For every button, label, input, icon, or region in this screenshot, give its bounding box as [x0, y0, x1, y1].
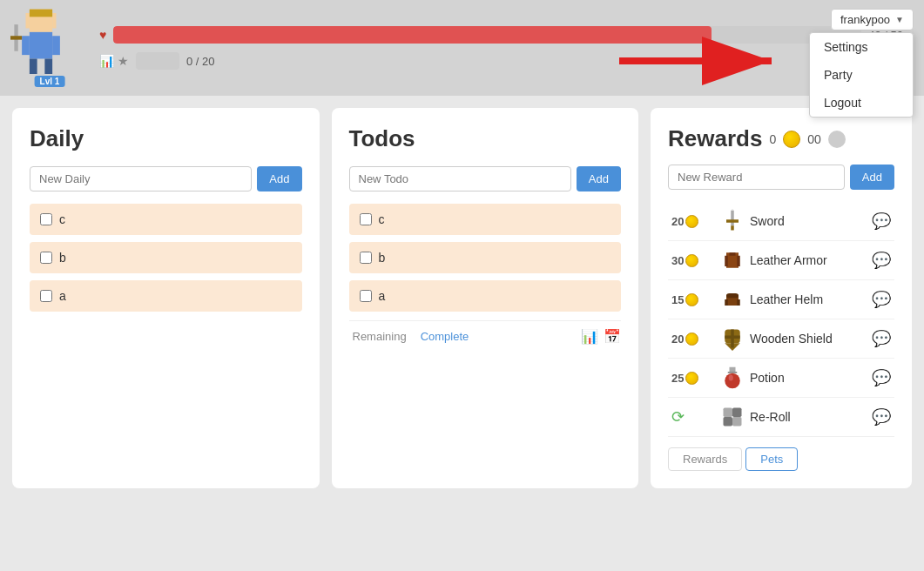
- sword-cost-num: 20: [671, 215, 684, 228]
- todos-task-c-label: c: [379, 212, 385, 226]
- sword-comment-icon[interactable]: 💬: [872, 212, 891, 231]
- leather-helm-comment-icon[interactable]: 💬: [872, 290, 891, 309]
- gems-count: 00: [807, 132, 821, 146]
- svg-rect-23: [726, 293, 739, 298]
- potion-coin-icon: [685, 372, 698, 385]
- rewards-title: Rewards: [668, 125, 762, 152]
- todos-footer: Remaining Complete 📊 📅: [349, 320, 622, 345]
- settings-menu-item[interactable]: Settings: [810, 33, 913, 61]
- svg-rect-1: [26, 13, 30, 29]
- leather-armor-sprite: [720, 248, 745, 272]
- potion-sprite: [720, 366, 745, 390]
- svg-point-30: [725, 373, 740, 389]
- svg-rect-34: [724, 417, 733, 427]
- reward-reroll: ⟳ Re-Roll 💬: [668, 398, 894, 437]
- complete-tab[interactable]: Complete: [417, 328, 473, 345]
- party-menu-item[interactable]: Party: [810, 61, 913, 89]
- coin-icon: [783, 131, 800, 148]
- svg-rect-10: [30, 10, 52, 17]
- leather-helm-cost: 15: [671, 293, 715, 306]
- rewards-header: Rewards 0 00: [668, 125, 894, 152]
- reward-leather-armor: 30 Leather Armor 💬: [668, 241, 894, 280]
- xp-icon: 📊 ★: [99, 54, 129, 68]
- rewards-tab-button[interactable]: Rewards: [668, 447, 742, 471]
- daily-task-c-checkbox[interactable]: [40, 213, 52, 225]
- hp-bar-fill: [113, 26, 712, 44]
- svg-rect-27: [725, 336, 740, 339]
- daily-task-a: a: [30, 280, 302, 312]
- leather-helm-cost-num: 15: [671, 293, 684, 306]
- todos-task-c: c: [349, 204, 622, 235]
- svg-rect-17: [725, 256, 728, 266]
- hp-bar-container: [113, 26, 861, 44]
- reroll-sprite: [720, 405, 745, 429]
- todos-task-a-label: a: [379, 289, 386, 303]
- gold-count: 0: [769, 132, 776, 146]
- sword-sprite: [720, 209, 745, 233]
- avatar-sprite: [10, 9, 71, 78]
- todos-add-button[interactable]: Add: [577, 166, 621, 191]
- bar-chart-icon: 📊: [581, 328, 598, 345]
- svg-rect-14: [731, 225, 734, 230]
- avatar-container: Lvl 1: [10, 9, 89, 87]
- daily-task-a-checkbox[interactable]: [40, 290, 52, 302]
- wooden-shield-coin-icon: [685, 333, 698, 346]
- daily-task-c: c: [30, 204, 302, 235]
- reroll-cost: ⟳: [671, 407, 715, 427]
- svg-rect-33: [732, 417, 742, 427]
- wooden-shield-comment-icon[interactable]: 💬: [872, 329, 891, 348]
- daily-task-b: b: [30, 242, 302, 273]
- todos-input[interactable]: [349, 166, 571, 191]
- svg-rect-3: [30, 32, 52, 59]
- wooden-shield-cost-num: 20: [671, 333, 684, 346]
- svg-rect-7: [44, 59, 52, 75]
- svg-rect-29: [728, 372, 738, 373]
- svg-rect-19: [730, 252, 736, 256]
- reward-potion: 25 Potion 💬: [668, 359, 894, 398]
- heart-icon: ♥: [99, 28, 106, 42]
- leather-armor-coin-icon: [685, 254, 698, 267]
- main-content: Daily Add c b a Todos Add c b: [0, 96, 924, 500]
- daily-task-b-checkbox[interactable]: [40, 252, 52, 264]
- rewards-add-button[interactable]: Add: [850, 165, 894, 190]
- todos-task-b-label: b: [379, 251, 386, 265]
- daily-panel: Daily Add c b a: [12, 108, 320, 488]
- daily-input[interactable]: [30, 166, 252, 191]
- level-badge: Lvl 1: [35, 76, 65, 87]
- reroll-comment-icon[interactable]: 💬: [872, 407, 891, 427]
- xp-bar-row: 📊 ★ 0 / 20: [99, 52, 903, 70]
- daily-title: Daily: [30, 125, 302, 152]
- svg-rect-2: [52, 13, 56, 29]
- reward-wooden-shield: 20 Wooden Shield 💬: [668, 319, 894, 359]
- user-dropdown-button[interactable]: frankypoo ▼: [831, 9, 914, 30]
- reroll-name: Re-Roll: [750, 410, 867, 424]
- reward-leather-helm: 15 Leather Helm 💬: [668, 280, 894, 319]
- user-dropdown-area: frankypoo ▼ Settings Party Logout: [809, 9, 914, 118]
- todos-task-c-checkbox[interactable]: [360, 213, 372, 225]
- logout-menu-item[interactable]: Logout: [810, 89, 913, 117]
- potion-cost-num: 25: [671, 372, 684, 385]
- stats-area: ♥ 40 / 50 📊 ★ 0 / 20: [89, 26, 914, 70]
- todos-task-a-checkbox[interactable]: [360, 290, 372, 302]
- svg-rect-22: [737, 299, 740, 306]
- wooden-shield-name: Wooden Shield: [750, 332, 867, 346]
- svg-rect-5: [52, 36, 60, 55]
- svg-rect-28: [730, 367, 736, 372]
- svg-marker-15: [731, 209, 734, 211]
- wooden-shield-sprite: [720, 326, 745, 351]
- remaining-tab[interactable]: Remaining: [349, 328, 410, 345]
- svg-rect-12: [731, 211, 734, 226]
- todos-task-b-checkbox[interactable]: [360, 252, 372, 264]
- todos-input-row: Add: [349, 166, 622, 191]
- potion-comment-icon[interactable]: 💬: [872, 368, 891, 387]
- rewards-input-row: Add: [668, 165, 894, 190]
- daily-task-a-label: a: [59, 289, 66, 303]
- rewards-input[interactable]: [668, 165, 845, 190]
- todos-task-a: a: [349, 280, 622, 312]
- chevron-down-icon: ▼: [895, 15, 904, 24]
- daily-add-button[interactable]: Add: [257, 166, 301, 191]
- pets-tab-button[interactable]: Pets: [745, 447, 798, 471]
- leather-armor-comment-icon[interactable]: 💬: [872, 251, 891, 270]
- daily-task-c-label: c: [59, 212, 65, 226]
- leather-armor-name: Leather Armor: [750, 253, 867, 267]
